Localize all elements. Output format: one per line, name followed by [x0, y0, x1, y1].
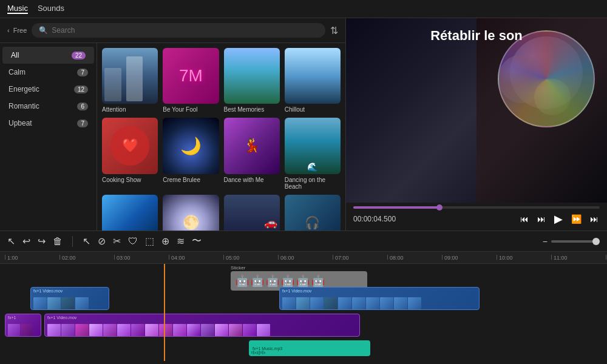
clip-frames-purple-2: [47, 324, 270, 336]
preview-video: Rétablir le son: [346, 18, 607, 203]
music-card-dancing-beach[interactable]: 🌊 Dancing on the Beach: [285, 118, 341, 189]
tab-sounds[interactable]: Sounds: [38, 4, 64, 14]
toolbar-redo-btn[interactable]: ↪: [38, 235, 46, 247]
free-filter[interactable]: ‹ Free: [7, 27, 27, 34]
sticker-icon-2: 🤖: [251, 274, 264, 288]
ruler-mark-8: 08:00: [387, 255, 442, 261]
clip-fx-label-3: fx+1: [8, 315, 16, 320]
skip-back-button[interactable]: ⏮: [519, 213, 530, 225]
clip-fx-label-2: fx+1 Video.mov: [282, 289, 311, 293]
toolbar-disable-btn[interactable]: ⊘: [98, 235, 106, 247]
clip-frame: [187, 324, 200, 336]
video-clip-purple-1[interactable]: fx+1: [5, 314, 41, 337]
clip-frame: [310, 297, 324, 309]
toolbar-cursor-btn[interactable]: ↖: [7, 235, 15, 247]
clip-frame: [215, 324, 228, 336]
toolbar-color-btn[interactable]: ≋: [177, 235, 185, 247]
music-card-dance-with-me[interactable]: 💃 Dance with Me: [224, 118, 280, 189]
clip-frame: [8, 324, 20, 336]
clip-frame: [201, 324, 214, 336]
toolbar-undo-btn[interactable]: ↩: [22, 235, 30, 247]
category-romantic[interactable]: Romantic 6: [0, 98, 97, 115]
music-card-chillout[interactable]: Chillout: [285, 48, 341, 113]
ruler-mark-9: 09:00: [442, 255, 497, 261]
tab-music[interactable]: Music: [7, 4, 28, 14]
clip-frame: [173, 324, 186, 336]
clip-frame: [75, 297, 89, 309]
controls-row: 00:00:04.500 ⏮ ⏭ ▶ ⏩ ⏭: [353, 211, 600, 227]
toolbar-cut-btn[interactable]: ✂: [113, 235, 121, 247]
toolbar-effect-btn[interactable]: 〜: [192, 235, 202, 248]
ruler-mark-1: 1:00: [5, 255, 59, 261]
music-card-cooking-show[interactable]: ❤️ Cooking Show: [102, 118, 158, 189]
clip-frame: [21, 324, 33, 336]
clip-frame: [324, 297, 337, 309]
category-upbeat[interactable]: Upbeat 7: [0, 115, 97, 132]
search-input[interactable]: [52, 26, 318, 35]
ruler-mark-7: 07:00: [333, 255, 387, 261]
clip-frame: [33, 297, 47, 309]
music-waveform: [249, 350, 370, 355]
filter-icon[interactable]: ⇅: [330, 25, 338, 36]
clip-frame: [47, 324, 61, 336]
category-all[interactable]: All 22: [2, 47, 94, 64]
category-energetic-count: 12: [74, 86, 88, 93]
category-calm-count: 7: [77, 69, 88, 76]
clip-frame: [229, 324, 242, 336]
progress-bar[interactable]: [353, 206, 600, 209]
clip-frame: [408, 297, 421, 309]
preview-panel: Rétablir le son 00:00:04.500: [346, 18, 607, 231]
toolbar-select-btn[interactable]: ↖: [83, 235, 90, 247]
video-clip-purple-2[interactable]: fx+1 Video.mov: [44, 314, 360, 337]
toolbar-crop-btn[interactable]: ⬚: [145, 235, 154, 247]
clip-fx-label-4: fx+1 Video.mov: [47, 315, 76, 320]
music-label-creme-brulee: Creme Brulee: [163, 177, 219, 183]
category-romantic-label: Romantic: [8, 102, 39, 110]
time-display: 00:00:04.500: [353, 215, 396, 223]
ruler-mark-10: 10:00: [497, 255, 551, 261]
timeline-tracks: Sticker 🤖 🤖 🤖 🤖 🤖 🤖 fx+1 Video.mov: [0, 264, 607, 361]
ruler-mark-11: 11:00: [551, 255, 606, 261]
music-card-row3d[interactable]: 🎧: [285, 195, 341, 231]
music-label-chillout: Chillout: [285, 106, 341, 113]
music-card-best-memories[interactable]: Best Memories: [224, 48, 280, 113]
zoom-controls: −: [543, 237, 600, 246]
play-button[interactable]: ▶: [553, 211, 564, 227]
clip-frame: [380, 297, 393, 309]
clip-frame: [145, 324, 158, 336]
free-label: Free: [13, 27, 27, 34]
category-calm[interactable]: Calm 7: [0, 64, 97, 81]
music-clip[interactable]: fx+1 Music.mp3: [249, 340, 370, 356]
category-energetic-label: Energetic: [8, 85, 39, 93]
zoom-out-btn[interactable]: −: [543, 237, 548, 246]
toolbar-delete-btn[interactable]: 🗑: [53, 236, 63, 247]
ruler-mark-2: 02:00: [59, 255, 114, 261]
skip-forward-button[interactable]: ⏭: [589, 213, 600, 225]
sticker-icon-5: 🤖: [296, 274, 310, 288]
music-card-attention[interactable]: Attention: [102, 48, 158, 113]
clip-frame: [61, 324, 75, 336]
clip-frames-purple-1: [8, 324, 33, 336]
category-energetic[interactable]: Energetic 12: [0, 81, 97, 98]
music-card-creme-brulee[interactable]: 🌙 Creme Brulee: [163, 118, 219, 189]
video-clip-2[interactable]: fx+1 Video.mov: [279, 287, 480, 310]
music-card-be-your-fool[interactable]: 7M Be Your Fool: [163, 48, 219, 113]
video-clip-1[interactable]: fx+1 Video.mov: [30, 287, 109, 310]
search-input-wrap: 🔍: [32, 23, 325, 38]
toolbar-speed-btn[interactable]: ⊕: [161, 235, 169, 247]
music-label-be-your-fool: Be Your Fool: [163, 106, 219, 113]
music-card-row3c[interactable]: 🚗: [224, 195, 280, 231]
main-area: ‹ Free 🔍 ⇅ All 22 Calm 7: [0, 18, 607, 231]
left-panel: ‹ Free 🔍 ⇅ All 22 Calm 7: [0, 18, 346, 231]
clip-frame: [366, 297, 379, 309]
prev-frame-button[interactable]: ⏭: [536, 213, 547, 225]
next-frame-button[interactable]: ⏩: [570, 213, 583, 225]
zoom-bar[interactable]: [551, 240, 600, 243]
music-card-row3a[interactable]: [102, 195, 158, 231]
ruler-mark-6: 06:00: [278, 255, 333, 261]
timeline-toolbar: ↖ ↩ ↪ 🗑 ↖ ⊘ ✂ 🛡 ⬚ ⊕ ≋ 〜 −: [0, 231, 607, 252]
music-card-row3b[interactable]: 🌕: [163, 195, 219, 231]
content-split: All 22 Calm 7 Energetic 12 Romantic 6 Up…: [0, 43, 345, 231]
toolbar-shield-btn[interactable]: 🛡: [128, 236, 138, 247]
music-label-dance-with-me: Dance with Me: [224, 177, 280, 183]
